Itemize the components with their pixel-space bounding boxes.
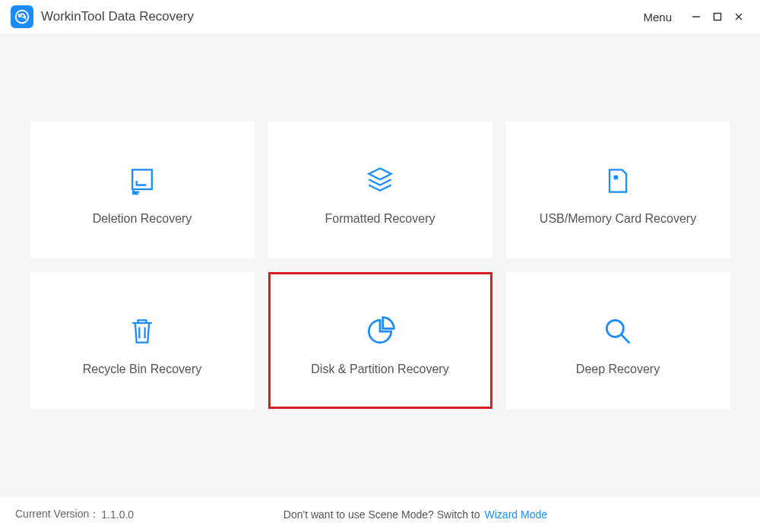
card-label: Formatted Recovery [325, 212, 435, 226]
deletion-recovery-icon [125, 154, 159, 207]
wizard-mode-link[interactable]: Wizard Mode [485, 508, 547, 521]
card-usb-memory-recovery[interactable]: USB/Memory Card Recovery [506, 122, 730, 258]
app-window: WorkinTool Data Recovery Menu [0, 0, 760, 532]
version-value: 1.1.0.0 [101, 508, 134, 521]
maximize-icon [712, 11, 723, 22]
svg-line-13 [622, 335, 629, 343]
app-title: WorkinTool Data Recovery [41, 9, 194, 24]
card-deep-recovery[interactable]: Deep Recovery [506, 272, 730, 409]
card-deletion-recovery[interactable]: Deletion Recovery [30, 122, 255, 258]
main-content: Deletion Recovery Formatted Recovery [0, 33, 760, 497]
card-label: Deep Recovery [576, 363, 660, 376]
footer: Current Version 1.1.0.0 Don't want to us… [0, 497, 760, 532]
formatted-recovery-icon [363, 154, 397, 207]
minimize-icon [691, 11, 701, 22]
usb-memory-icon [601, 154, 635, 207]
card-label: Deletion Recovery [93, 212, 192, 226]
minimize-button[interactable] [686, 6, 707, 27]
card-label: Recycle Bin Recovery [83, 363, 202, 376]
svg-marker-7 [369, 169, 391, 180]
titlebar: WorkinTool Data Recovery Menu [0, 0, 760, 33]
deep-recovery-icon [601, 305, 635, 358]
card-label: Disk & Partition Recovery [311, 363, 448, 376]
card-disk-partition-recovery[interactable]: Disk & Partition Recovery [268, 272, 492, 409]
svg-rect-2 [714, 14, 721, 21]
maximize-button[interactable] [707, 6, 728, 27]
svg-point-0 [16, 11, 29, 24]
disk-partition-icon [363, 305, 397, 358]
svg-rect-8 [614, 176, 619, 180]
close-icon [733, 11, 744, 22]
version-label: Current Version [15, 508, 100, 521]
card-recycle-bin-recovery[interactable]: Recycle Bin Recovery [30, 272, 255, 409]
recovery-mode-grid: Deletion Recovery Formatted Recovery [30, 122, 730, 409]
app-logo-icon [11, 5, 33, 28]
recycle-bin-icon [125, 305, 159, 358]
card-label: USB/Memory Card Recovery [540, 212, 696, 226]
switch-mode-prompt: Don't want to use Scene Mode? Switch to [283, 508, 480, 521]
close-button[interactable] [728, 6, 749, 27]
card-formatted-recovery[interactable]: Formatted Recovery [268, 122, 492, 258]
menu-button[interactable]: Menu [643, 11, 672, 24]
svg-rect-5 [132, 169, 152, 189]
